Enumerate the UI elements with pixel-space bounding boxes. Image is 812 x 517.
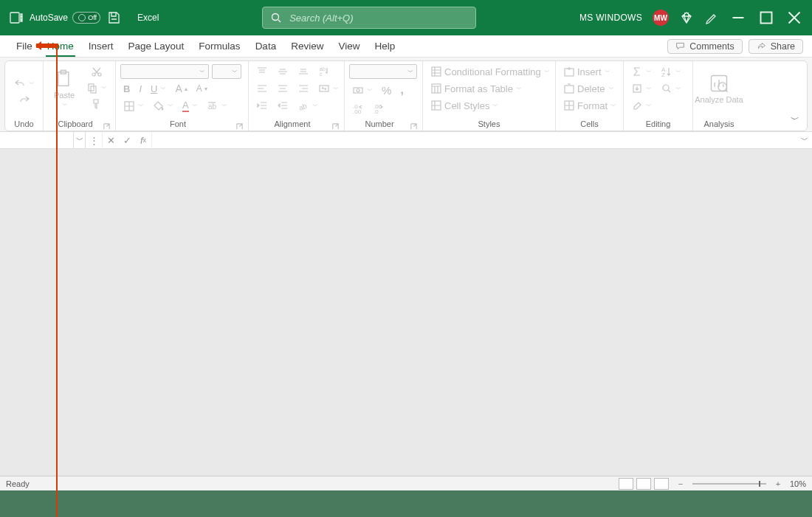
currency-button[interactable]: ﹀ <box>349 83 376 97</box>
tab-review[interactable]: Review <box>283 35 331 57</box>
redo-button[interactable] <box>16 92 33 107</box>
normal-view-button[interactable] <box>619 478 633 490</box>
percent-button[interactable]: % <box>379 83 394 98</box>
analyze-data-button[interactable]: Analyze Data <box>697 64 741 113</box>
inc-decimal-icon: .0.00 <box>352 103 364 114</box>
comma-button[interactable]: , <box>397 81 407 99</box>
name-box-dropdown[interactable]: ﹀ <box>74 132 86 148</box>
align-middle-button[interactable] <box>274 64 292 79</box>
borders-button[interactable]: ﹀ <box>120 99 147 114</box>
tab-insert[interactable]: Insert <box>81 35 121 57</box>
tab-help[interactable]: Help <box>367 35 402 57</box>
minimize-button[interactable] <box>729 9 747 27</box>
toggle-knob <box>78 14 86 21</box>
worksheet-area[interactable] <box>0 149 812 476</box>
outdent-icon <box>256 100 268 111</box>
save-icon[interactable] <box>106 10 121 25</box>
format-as-table-button[interactable]: Format as Table﹀ <box>427 81 525 96</box>
increase-decimal-button[interactable]: .0.00 <box>349 101 367 116</box>
svg-text:Z: Z <box>661 72 665 77</box>
zoom-level[interactable]: 10% <box>790 479 806 488</box>
conditional-formatting-button[interactable]: Conditional Formatting﹀ <box>427 64 553 79</box>
insert-cells-button[interactable]: Insert﹀ <box>560 64 613 79</box>
zoom-in-button[interactable]: + <box>774 479 782 488</box>
alignment-launcher-icon[interactable] <box>331 120 340 128</box>
increase-indent-button[interactable] <box>274 98 292 113</box>
diamond-icon[interactable] <box>679 10 694 25</box>
page-break-view-button[interactable] <box>654 478 669 490</box>
editing-group-label: Editing <box>628 119 688 129</box>
collapse-ribbon-icon[interactable]: ﹀ <box>791 114 799 126</box>
fill-button[interactable]: ﹀ <box>628 81 655 96</box>
wrap-text-button[interactable]: abc <box>315 64 333 79</box>
fill-color-button[interactable]: ﹀ <box>150 99 176 114</box>
enter-formula-button[interactable]: ✓ <box>119 132 135 148</box>
font-color-button[interactable]: A﹀ <box>179 98 201 114</box>
decrease-decimal-button[interactable]: .00.0 <box>370 101 388 116</box>
format-cells-button[interactable]: Format﹀ <box>560 98 619 113</box>
delete-cells-button[interactable]: Delete﹀ <box>560 81 617 96</box>
search-box[interactable]: Search (Alt+Q) <box>262 7 476 29</box>
tab-formulas[interactable]: Formulas <box>191 35 247 57</box>
decrease-font-button[interactable]: A▾ <box>193 82 210 95</box>
align-left-button[interactable] <box>253 81 271 96</box>
merge-icon <box>318 83 330 94</box>
paste-button[interactable]: Paste ﹀ <box>48 64 80 113</box>
share-button[interactable]: Share <box>749 39 803 54</box>
undo-button[interactable]: ﹀ <box>11 76 38 91</box>
tab-page-layout[interactable]: Page Layout <box>121 35 192 57</box>
font-name-dropdown[interactable]: ﹀ <box>120 64 209 79</box>
pen-icon[interactable] <box>704 10 719 25</box>
tab-data[interactable]: Data <box>248 35 284 57</box>
font-size-dropdown[interactable]: ﹀ <box>212 64 241 79</box>
phonetic-guide-button[interactable]: ab﹀ <box>204 99 230 114</box>
orientation-button[interactable]: ab﹀ <box>295 98 321 113</box>
copy-button[interactable]: ﹀ <box>83 80 110 95</box>
insert-function-button[interactable]: fx <box>135 132 151 148</box>
svg-rect-21 <box>432 67 441 76</box>
svg-rect-25 <box>565 86 574 93</box>
zoom-out-button[interactable]: − <box>676 479 685 488</box>
tab-view[interactable]: View <box>331 35 367 57</box>
cell-styles-button[interactable]: Cell Styles﹀ <box>427 98 501 113</box>
decrease-indent-button[interactable] <box>253 98 271 113</box>
number-launcher-icon[interactable] <box>410 120 418 128</box>
fb-menu-button[interactable]: ⋮ <box>86 132 102 148</box>
font-launcher-icon[interactable] <box>235 120 244 128</box>
cancel-formula-button[interactable]: ✕ <box>103 132 119 148</box>
maximize-button[interactable] <box>757 9 775 27</box>
close-button[interactable] <box>785 9 803 27</box>
autosave-control[interactable]: AutoSave Off <box>30 12 100 24</box>
find-select-button[interactable]: ﹀ <box>658 81 684 96</box>
number-format-dropdown[interactable]: ﹀ <box>349 64 417 79</box>
clipboard-launcher-icon[interactable] <box>103 120 111 128</box>
autosum-button[interactable]: ﹀ <box>628 64 655 79</box>
group-styles: Conditional Formatting﹀ Format as Table﹀… <box>423 61 556 131</box>
name-box[interactable] <box>0 132 74 148</box>
align-bottom-button[interactable] <box>295 64 312 79</box>
svg-point-32 <box>718 83 727 91</box>
increase-font-button[interactable]: A▴ <box>172 81 190 96</box>
merge-center-button[interactable]: ﹀ <box>315 81 342 96</box>
cut-button[interactable] <box>83 64 110 79</box>
formula-input[interactable] <box>152 132 797 148</box>
align-top-button[interactable] <box>253 64 271 79</box>
zoom-slider[interactable] <box>692 483 766 485</box>
sigma-icon <box>631 66 643 77</box>
clear-button[interactable]: ﹀ <box>628 98 655 113</box>
italic-button[interactable]: I <box>136 82 145 96</box>
alignment-group-label: Alignment <box>253 119 331 129</box>
bold-button[interactable]: B <box>120 82 133 96</box>
svg-point-6 <box>98 73 101 76</box>
page-layout-view-button[interactable] <box>636 478 651 490</box>
sort-filter-button[interactable]: AZ﹀ <box>658 64 684 79</box>
underline-button[interactable]: U﹀ <box>148 82 169 96</box>
expand-formula-bar-button[interactable]: ﹀ <box>797 132 812 148</box>
autosave-toggle[interactable]: Off <box>72 12 100 24</box>
avatar[interactable]: MW <box>653 10 669 26</box>
align-middle-icon <box>277 66 289 77</box>
align-center-button[interactable] <box>274 81 292 96</box>
comments-button[interactable]: Comments <box>667 39 742 54</box>
format-painter-button[interactable] <box>83 97 110 111</box>
align-right-button[interactable] <box>295 81 312 96</box>
